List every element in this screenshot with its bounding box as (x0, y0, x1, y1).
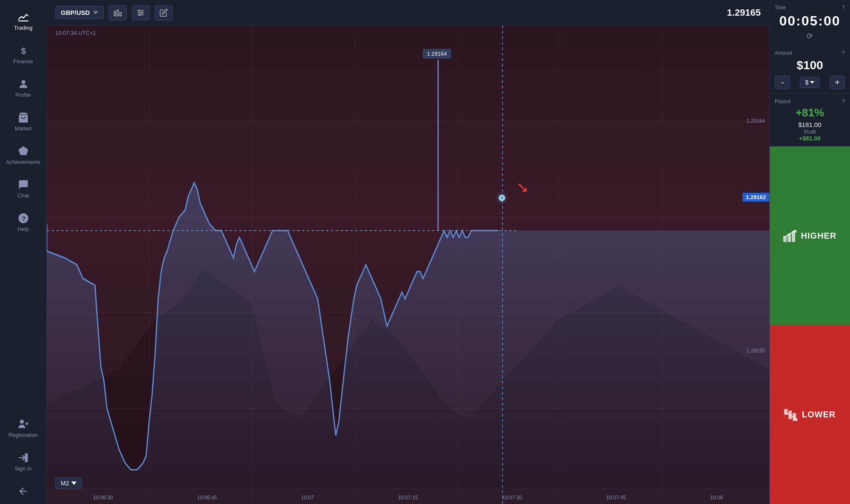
price-label-low: 1.29155 (747, 348, 765, 354)
lower-chart-icon (784, 409, 798, 421)
profit-label: Profit (775, 129, 845, 135)
current-price-tag: 1.29162 (742, 193, 769, 202)
pair-label: GBP/USD (61, 9, 90, 16)
trade-buttons: HIGHER LOWER (770, 146, 850, 504)
timeframe-label: M2 (61, 480, 69, 487)
svg-rect-14 (120, 12, 121, 16)
amount-help-icon[interactable]: ? (842, 50, 845, 56)
amount-controls: - $ + (775, 76, 845, 89)
sidebar-item-signin[interactable]: Sign In (0, 445, 46, 479)
sidebar-item-registration-label: Registration (8, 432, 38, 438)
higher-label: HIGHER (801, 231, 837, 241)
timer-section: Time ? 00:05:00 ⟳ (770, 0, 850, 45)
time-label-3: 10:07 (301, 495, 314, 501)
sidebar-item-finance-label: Finance (13, 58, 33, 65)
time-label-5: 10:07:30 (502, 495, 522, 501)
current-price-display: 1.29165 (727, 7, 761, 18)
right-panel: Time ? 00:05:00 ⟳ Amount ? $100 - $ + Pa… (769, 0, 850, 504)
chart-area[interactable]: 10:07:34 UTC+1 (47, 25, 769, 504)
amount-minus-button[interactable]: - (775, 76, 790, 89)
crosshair-dot (499, 195, 505, 201)
svg-point-19 (141, 12, 142, 13)
timeframe-selector[interactable]: M2 (55, 477, 82, 489)
time-label-7: 10:08 (710, 495, 723, 501)
sidebar-item-achievements-label: Achievements (6, 159, 41, 165)
svg-point-18 (139, 10, 140, 11)
sidebar-item-achievements[interactable]: Achievements (0, 138, 46, 172)
time-label-1: 10:06:30 (93, 495, 113, 501)
dollar-icon: $ (17, 45, 29, 56)
settings-button[interactable] (132, 5, 150, 20)
payout-section: Payout ? +81% $181.00 Profit +$81.00 (770, 94, 850, 146)
amount-section: Amount ? $100 - $ + (770, 45, 850, 94)
amount-plus-button[interactable]: + (830, 76, 845, 89)
settings-icon (136, 8, 145, 17)
timer-label: Time ? (775, 4, 845, 11)
sidebar-item-finance[interactable]: $ Finance (0, 38, 46, 71)
diamond-icon (17, 145, 29, 157)
amount-value: $100 (775, 59, 845, 72)
price-label-high: 1.29164 (747, 118, 765, 124)
higher-icon (783, 230, 797, 242)
svg-point-2 (21, 80, 25, 84)
chart-line-icon (17, 11, 29, 23)
sidebar: Trading $ Finance Profile Market Achieve… (0, 0, 47, 504)
payout-total: $181.00 (775, 121, 845, 128)
timer-help-icon[interactable]: ? (842, 4, 845, 11)
pair-selector[interactable]: GBP/USD (55, 6, 104, 19)
sidebar-item-help[interactable]: ? Help (0, 206, 46, 239)
profit-value: +$81.00 (775, 135, 845, 142)
sidebar-item-market-label: Market (15, 125, 32, 132)
pencil-button[interactable] (155, 5, 173, 20)
sidebar-item-registration[interactable]: Registration (0, 411, 46, 445)
timeframe-chevron-icon (71, 481, 76, 485)
time-label-2: 10:06:45 (197, 495, 217, 501)
sidebar-item-signin-label: Sign In (14, 465, 31, 472)
sidebar-item-chat-label: Chat (17, 192, 29, 199)
chart-type-icon (113, 8, 122, 17)
arrow-left-icon (17, 485, 29, 497)
lower-icon (784, 409, 798, 421)
sidebar-item-help-label: Help (17, 226, 29, 232)
higher-chart-icon (783, 230, 797, 242)
payout-label: Payout ? (775, 98, 845, 104)
currency-selector[interactable]: $ (800, 77, 820, 88)
sidebar-bottom: Registration Sign In (0, 411, 46, 504)
time-label-6: 10:07:45 (606, 495, 626, 501)
time-axis: 10:06:30 10:06:45 10:07 10:07:15 10:07:3… (47, 495, 769, 501)
svg-marker-4 (18, 146, 28, 155)
chat-icon (17, 179, 29, 191)
sidebar-item-chat[interactable]: Chat (0, 172, 46, 206)
sidebar-item-profile[interactable]: Profile (0, 71, 46, 105)
svg-text:$: $ (21, 46, 26, 56)
amount-label: Amount ? (775, 50, 845, 56)
lower-label: LOWER (802, 410, 836, 420)
time-label-4: 10:07:15 (398, 495, 418, 501)
chevron-down-icon (93, 10, 98, 15)
currency-chevron-icon (810, 81, 814, 84)
timer-value: 00:05:00 (775, 13, 845, 29)
main-area: GBP/USD (47, 0, 769, 504)
sidebar-item-back[interactable] (0, 479, 46, 504)
timer-reset-button[interactable]: ⟳ (775, 31, 845, 41)
payout-percent: +81% (775, 106, 845, 119)
sidebar-item-market[interactable]: Market (0, 105, 46, 138)
sidebar-item-trading[interactable]: Trading (0, 4, 46, 38)
topbar: GBP/USD (47, 0, 769, 25)
question-icon: ? (17, 212, 29, 224)
payout-help-icon[interactable]: ? (842, 98, 845, 104)
svg-point-7 (20, 420, 23, 424)
svg-text:?: ? (22, 215, 26, 222)
lower-button[interactable]: LOWER (770, 325, 850, 504)
red-arrow-indicator: ➘ (516, 179, 529, 197)
chart-svg (47, 25, 769, 504)
sign-in-icon (17, 452, 29, 464)
higher-button[interactable]: HIGHER (770, 146, 850, 325)
pencil-icon (159, 8, 168, 17)
chart-type-button[interactable] (109, 5, 127, 20)
person-add-icon (17, 418, 29, 430)
chart-price-tooltip: 1.29164 (423, 49, 451, 59)
svg-point-20 (139, 14, 140, 15)
currency-symbol: $ (805, 79, 809, 86)
svg-rect-13 (117, 10, 119, 16)
